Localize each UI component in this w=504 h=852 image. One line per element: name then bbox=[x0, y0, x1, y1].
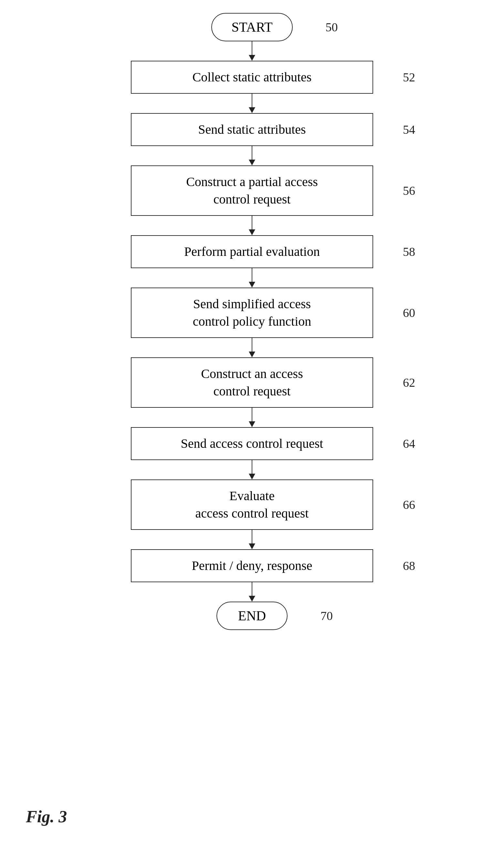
arrow-head-4 bbox=[249, 230, 255, 235]
arrow-line-3 bbox=[252, 146, 253, 160]
perform-partial-wrapper: Perform partial evaluation 58 bbox=[131, 235, 373, 268]
arrow-head-6 bbox=[249, 351, 255, 357]
collect-static-wrapper: Collect static attributes 52 bbox=[131, 61, 373, 94]
arrow-line-5 bbox=[252, 268, 253, 282]
start-node: START bbox=[211, 13, 292, 41]
arrow-6 bbox=[249, 338, 255, 357]
figure-label: Fig. 3 bbox=[26, 807, 67, 826]
arrow-line-10 bbox=[252, 582, 253, 596]
arrow-line-1 bbox=[252, 41, 253, 55]
ref-52: 52 bbox=[403, 70, 415, 84]
arrow-head-5 bbox=[249, 282, 255, 288]
arrow-7 bbox=[249, 408, 255, 427]
construct-access-wrapper: Construct an accesscontrol request 62 bbox=[131, 357, 373, 408]
arrow-line-2 bbox=[252, 94, 253, 107]
arrow-head-8 bbox=[249, 474, 255, 479]
send-simplified-wrapper: Send simplified accesscontrol policy fun… bbox=[131, 288, 373, 338]
ref-64: 64 bbox=[403, 436, 415, 451]
evaluate-access-wrapper: Evaluateaccess control request 66 bbox=[131, 479, 373, 530]
flowchart: START 50 Collect static attributes 52 Se… bbox=[107, 13, 397, 630]
ref-50: 50 bbox=[326, 20, 338, 34]
permit-deny-wrapper: Permit / deny, response 68 bbox=[131, 549, 373, 582]
arrow-head-7 bbox=[249, 421, 255, 427]
send-static-wrapper: Send static attributes 54 bbox=[131, 113, 373, 146]
ref-68: 68 bbox=[403, 559, 415, 573]
arrow-line-6 bbox=[252, 338, 253, 351]
send-access-node: Send access control request bbox=[131, 427, 373, 460]
perform-partial-node: Perform partial evaluation bbox=[131, 235, 373, 268]
arrow-8 bbox=[249, 460, 255, 479]
arrow-5 bbox=[249, 268, 255, 288]
ref-70: 70 bbox=[321, 609, 333, 623]
send-static-node: Send static attributes bbox=[131, 113, 373, 146]
arrow-head-10 bbox=[249, 596, 255, 602]
ref-54: 54 bbox=[403, 123, 415, 137]
ref-62: 62 bbox=[403, 376, 415, 389]
arrow-10 bbox=[249, 582, 255, 602]
arrow-4 bbox=[249, 216, 255, 235]
ref-60: 60 bbox=[403, 306, 415, 320]
end-node: END bbox=[216, 602, 288, 630]
arrow-1 bbox=[249, 41, 255, 61]
arrow-head-3 bbox=[249, 160, 255, 165]
ref-58: 58 bbox=[403, 244, 415, 259]
ref-66: 66 bbox=[403, 497, 415, 512]
arrow-3 bbox=[249, 146, 255, 165]
arrow-line-8 bbox=[252, 460, 253, 474]
start-node-wrapper: START 50 bbox=[211, 13, 292, 41]
ref-56: 56 bbox=[403, 183, 415, 198]
arrow-9 bbox=[249, 530, 255, 549]
arrow-2 bbox=[249, 94, 255, 113]
construct-partial-wrapper: Construct a partial accesscontrol reques… bbox=[131, 165, 373, 216]
permit-deny-node: Permit / deny, response bbox=[131, 549, 373, 582]
arrow-line-4 bbox=[252, 216, 253, 230]
arrow-line-7 bbox=[252, 408, 253, 421]
arrow-head-2 bbox=[249, 107, 255, 113]
send-access-wrapper: Send access control request 64 bbox=[131, 427, 373, 460]
arrow-line-9 bbox=[252, 530, 253, 543]
arrow-head-1 bbox=[249, 55, 255, 61]
end-node-wrapper: END 70 bbox=[216, 602, 288, 630]
collect-static-node: Collect static attributes bbox=[131, 61, 373, 94]
construct-access-node: Construct an accesscontrol request bbox=[131, 357, 373, 408]
diagram-container: START 50 Collect static attributes 52 Se… bbox=[0, 0, 504, 852]
arrow-head-9 bbox=[249, 543, 255, 549]
evaluate-access-node: Evaluateaccess control request bbox=[131, 479, 373, 530]
send-simplified-node: Send simplified accesscontrol policy fun… bbox=[131, 288, 373, 338]
construct-partial-node: Construct a partial accesscontrol reques… bbox=[131, 165, 373, 216]
